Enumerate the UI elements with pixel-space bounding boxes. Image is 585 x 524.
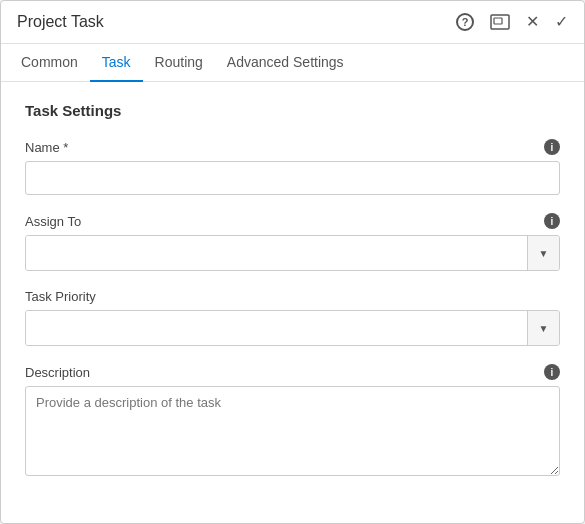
name-label: Name *: [25, 140, 68, 155]
name-label-row: Name * i: [25, 139, 560, 155]
task-priority-dropdown-button[interactable]: ▼: [527, 311, 559, 345]
description-label-row: Description i: [25, 364, 560, 380]
confirm-icon[interactable]: ✓: [555, 14, 568, 30]
task-priority-label-row: Task Priority: [25, 289, 560, 304]
assign-to-input[interactable]: [26, 236, 527, 270]
nav-tabs: Common Task Routing Advanced Settings: [1, 44, 584, 82]
task-priority-label: Task Priority: [25, 289, 96, 304]
description-form-group: Description i: [25, 364, 560, 479]
close-icon[interactable]: ✕: [526, 14, 539, 30]
assign-to-info-icon[interactable]: i: [544, 213, 560, 229]
header-icons: ? ✕ ✓: [456, 13, 568, 31]
assign-to-label-row: Assign To i: [25, 213, 560, 229]
dialog-title: Project Task: [17, 13, 104, 31]
name-info-icon[interactable]: i: [544, 139, 560, 155]
tab-task[interactable]: Task: [90, 44, 143, 82]
name-form-group: Name * i: [25, 139, 560, 195]
dialog-body: Task Settings Name * i Assign To i ▼: [1, 82, 584, 523]
task-priority-chevron-icon: ▼: [539, 323, 549, 334]
assign-to-dropdown-button[interactable]: ▼: [527, 236, 559, 270]
assign-to-input-wrapper: ▼: [25, 235, 560, 271]
dialog-header: Project Task ? ✕ ✓: [1, 1, 584, 44]
task-priority-input[interactable]: [26, 311, 527, 345]
description-label: Description: [25, 365, 90, 380]
task-priority-input-wrapper: ▼: [25, 310, 560, 346]
svg-rect-1: [494, 18, 502, 24]
screenshot-icon[interactable]: [490, 14, 510, 30]
help-icon[interactable]: ?: [456, 13, 474, 31]
assign-to-chevron-icon: ▼: [539, 248, 549, 259]
name-input[interactable]: [25, 161, 560, 195]
tab-common[interactable]: Common: [17, 44, 90, 82]
tab-advanced-settings[interactable]: Advanced Settings: [215, 44, 356, 82]
description-textarea[interactable]: [25, 386, 560, 476]
section-title: Task Settings: [25, 102, 560, 119]
assign-to-label: Assign To: [25, 214, 81, 229]
tab-routing[interactable]: Routing: [143, 44, 215, 82]
task-priority-form-group: Task Priority ▼: [25, 289, 560, 346]
assign-to-form-group: Assign To i ▼: [25, 213, 560, 271]
description-info-icon[interactable]: i: [544, 364, 560, 380]
project-task-dialog: Project Task ? ✕ ✓ Common Task Routing A…: [0, 0, 585, 524]
